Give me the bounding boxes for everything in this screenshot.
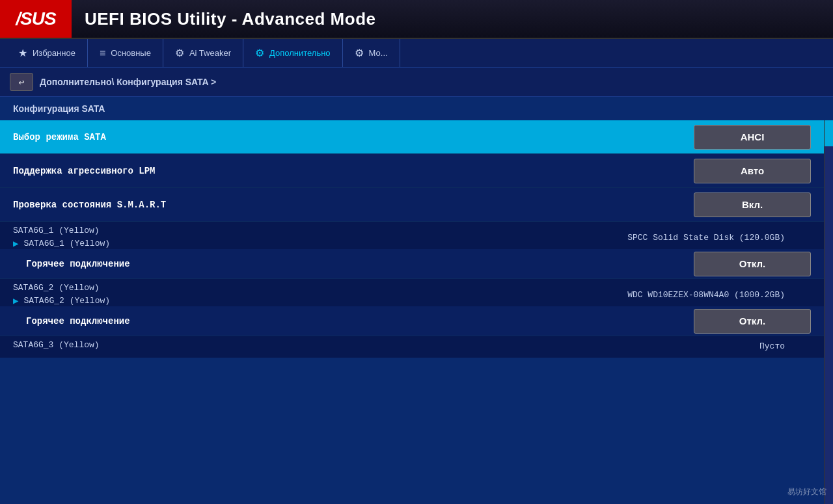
watermark: 易坊好文馆: [787, 486, 826, 497]
sata1-right: SPCC Solid State Disk (120.0GB): [627, 226, 811, 249]
sata1-left: SATA6G_1 (Yellow) ▶ SATA6G_1 (Yellow): [13, 226, 627, 249]
sata2-left: SATA6G_2 (Yellow) ▶ SATA6G_2 (Yellow): [13, 283, 627, 306]
sata2-port-title: SATA6G_2 (Yellow): [13, 283, 627, 293]
sata2-hotplug-label: Горячее подключение: [13, 316, 694, 326]
sata2-hotplug-row[interactable]: Горячее подключение Откл.: [0, 306, 824, 336]
nav-item-ai-tweaker[interactable]: ⚙ Ai Tweaker: [163, 39, 243, 67]
breadcrumb: Дополнительно\ Конфигурация SATA >: [40, 77, 216, 87]
sata3-section: SATA6G_3 (Yellow) Пусто: [0, 336, 824, 358]
sata1-hotplug-label: Горячее подключение: [13, 259, 694, 269]
nav-item-advanced[interactable]: ⚙ Дополнительно: [243, 39, 343, 67]
monitor-icon: ⚙: [355, 47, 364, 59]
settings-area: Выбор режима SATA AHCI Поддержка агресси…: [0, 120, 824, 504]
back-button[interactable]: ↩: [10, 73, 33, 91]
advanced-icon: ⚙: [255, 47, 264, 59]
setting-row-lpm[interactable]: Поддержка агрессивного LPM Авто: [0, 154, 824, 188]
sata1-device-row: ▶ SATA6G_1 (Yellow): [13, 238, 627, 249]
sata2-arrow-icon: ▶: [13, 295, 18, 306]
setting-row-sata-mode[interactable]: Выбор режима SATA AHCI: [0, 120, 824, 154]
sata1-disk-info: SPCC Solid State Disk (120.0GB): [627, 233, 798, 243]
sata-mode-label: Выбор режима SATA: [13, 132, 694, 142]
breadcrumb-bar: ↩ Дополнительно\ Конфигурация SATA >: [0, 68, 833, 97]
sata2-disk-info: WDC WD10EZEX-08WN4A0 (1000.2GB): [627, 290, 798, 300]
asus-logo: /SUS: [0, 0, 72, 38]
main-content: Выбор режима SATA AHCI Поддержка агресси…: [0, 120, 833, 504]
sata1-hotplug-value-btn[interactable]: Откл.: [694, 252, 811, 276]
sata3-right: Пусто: [759, 340, 811, 352]
sata1-port-title: SATA6G_1 (Yellow): [13, 226, 627, 235]
scrollbar-thumb[interactable]: [825, 120, 833, 146]
sata2-section: SATA6G_2 (Yellow) ▶ SATA6G_2 (Yellow) WD…: [0, 279, 824, 306]
sata3-disk-info: Пусто: [759, 341, 798, 351]
setting-row-smart[interactable]: Проверка состояния S.M.A.R.T Вкл.: [0, 188, 824, 222]
header-title: UEFI BIOS Utility - Advanced Mode: [72, 0, 389, 38]
nav-label-main: Основные: [111, 48, 151, 58]
sata1-hotplug-row[interactable]: Горячее подключение Откл.: [0, 249, 824, 279]
sata2-device-link[interactable]: SATA6G_2 (Yellow): [23, 296, 110, 306]
sata1-arrow-icon: ▶: [13, 238, 18, 249]
sata2-hotplug-value-btn[interactable]: Откл.: [694, 309, 811, 334]
sata3-port-title: SATA6G_3 (Yellow): [13, 340, 759, 350]
settings-table: Выбор режима SATA AHCI Поддержка агресси…: [0, 120, 824, 358]
nav-label-ai: Ai Tweaker: [189, 48, 231, 58]
lpm-value-btn[interactable]: Авто: [694, 159, 811, 183]
lpm-label: Поддержка агрессивного LPM: [13, 166, 694, 176]
gear-icon: ⚙: [175, 47, 184, 59]
sata1-section: SATA6G_1 (Yellow) ▶ SATA6G_1 (Yellow) SP…: [0, 222, 824, 249]
navbar: ★ Избранное ≡ Основные ⚙ Ai Tweaker ⚙ До…: [0, 39, 833, 68]
nav-item-main[interactable]: ≡ Основные: [88, 39, 163, 67]
star-icon: ★: [18, 47, 27, 59]
sata1-device-link[interactable]: SATA6G_1 (Yellow): [23, 239, 110, 248]
sata2-right: WDC WD10EZEX-08WN4A0 (1000.2GB): [627, 283, 811, 306]
sata2-device-row: ▶ SATA6G_2 (Yellow): [13, 295, 627, 306]
nav-label-monitor: Мо...: [369, 48, 388, 58]
page-title: Конфигурация SATA: [0, 97, 833, 120]
scrollbar[interactable]: [824, 120, 833, 504]
nav-label-favorites: Избранное: [33, 48, 75, 58]
header: /SUS UEFI BIOS Utility - Advanced Mode: [0, 0, 833, 39]
sata3-left: SATA6G_3 (Yellow): [13, 340, 759, 352]
list-icon: ≡: [100, 47, 105, 59]
smart-value-btn[interactable]: Вкл.: [694, 192, 811, 217]
smart-label: Проверка состояния S.M.A.R.T: [13, 200, 694, 210]
nav-item-monitor[interactable]: ⚙ Мо...: [343, 39, 400, 67]
nav-item-favorites[interactable]: ★ Избранное: [7, 39, 88, 67]
nav-label-advanced: Дополнительно: [269, 48, 331, 58]
sata-mode-value-btn[interactable]: AHCI: [694, 125, 811, 150]
